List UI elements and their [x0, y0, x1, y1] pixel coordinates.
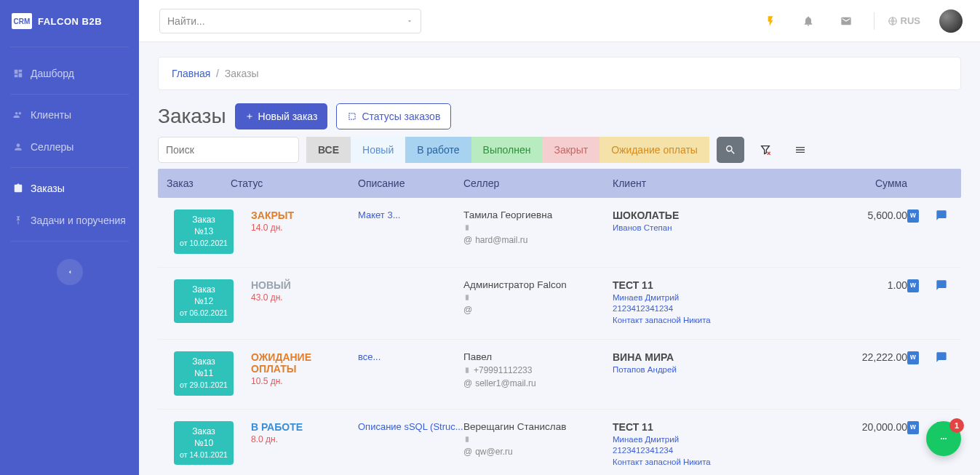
order-description-link[interactable]: все... [358, 351, 463, 362]
order-sum: 1.00 [842, 279, 907, 291]
topbar: Найти... RUS [139, 0, 980, 42]
tab-all[interactable]: ВСЕ [306, 137, 351, 163]
order-card[interactable]: Заказ №13 от 10.02.2021 [174, 209, 234, 254]
sidebar-collapse-button[interactable] [57, 259, 83, 285]
comment-button[interactable] [935, 279, 948, 293]
orders-list: Заказ №13 от 10.02.2021 ЗАКРЫТ 14.0 дн. … [158, 198, 961, 475]
table-row: Заказ №11 от 29.01.2021 ОЖИДАНИЕ ОПЛАТЫ … [158, 340, 961, 410]
logo[interactable]: CRM FALCON B2B [0, 0, 139, 42]
sidebar-item-tasks[interactable]: Задачи и поручения [0, 204, 139, 236]
sidebar-item-label: Дашборд [31, 68, 74, 79]
sidebar-item-label: Селлеры [31, 141, 73, 153]
client-name[interactable]: ТЕСТ 11 [613, 421, 842, 433]
clear-filter-button[interactable] [752, 137, 779, 163]
bolt-icon[interactable] [765, 15, 776, 27]
at-icon: @ [463, 305, 472, 315]
order-card-top: Заказ [177, 214, 231, 225]
tab-pending[interactable]: Ожидание оплаты [599, 137, 709, 163]
order-sum: 20,000.00 [842, 421, 907, 433]
sidebar-item-label: Заказы [31, 183, 65, 194]
order-sum: 22,222.00 [842, 351, 907, 363]
word-export-icon[interactable] [907, 351, 919, 364]
tab-new[interactable]: Новый [351, 137, 405, 163]
word-export-icon[interactable] [907, 209, 919, 223]
logo-mark: CRM [12, 13, 32, 29]
new-order-button[interactable]: Новый заказ [235, 103, 328, 129]
breadcrumb-home[interactable]: Главная [172, 68, 210, 79]
svg-point-9 [945, 438, 947, 439]
cog-icon [347, 111, 357, 121]
order-card[interactable]: Заказ №11 от 29.01.2021 [174, 351, 234, 396]
col-desc: Описание [358, 177, 463, 189]
table-row: Заказ №12 от 06.02.2021 НОВЫЙ 43.0 дн. А… [158, 268, 961, 340]
language-selector[interactable]: RUS [888, 15, 920, 26]
order-statuses-button[interactable]: Статусы заказов [336, 103, 451, 129]
table-row: Заказ №13 от 10.02.2021 ЗАКРЫТ 14.0 дн. … [158, 198, 961, 268]
status-label: В РАБОТЕ [251, 421, 358, 433]
comment-button[interactable] [935, 351, 948, 365]
client-contact-link[interactable]: 2123412341234 [613, 303, 842, 315]
avatar[interactable] [939, 9, 963, 33]
order-description-link[interactable]: Макет 3... [358, 209, 463, 220]
menu-button[interactable] [786, 137, 814, 163]
order-card[interactable]: Заказ №10 от 14.01.2021 [174, 421, 234, 466]
chevron-left-icon [66, 268, 73, 276]
logo-text: FALCON B2B [38, 16, 102, 27]
table-row: Заказ №10 от 14.01.2021 В РАБОТЕ 8.0 дн.… [158, 410, 961, 475]
status-days: 43.0 дн. [251, 292, 358, 303]
order-card-top: Заказ [177, 284, 231, 295]
order-card[interactable]: Заказ №12 от 06.02.2021 [174, 279, 234, 324]
client-contact-link[interactable]: Минаев Дмитрий [613, 292, 842, 304]
client-contact-link[interactable]: Иванов Степан [613, 223, 842, 234]
search-button[interactable] [717, 137, 744, 163]
sidebar-item-dashboard[interactable]: Дашборд [0, 57, 139, 89]
order-card-date: от 10.02.2021 [180, 239, 228, 247]
phone-icon [463, 223, 471, 232]
tab-done[interactable]: Выполнен [471, 137, 543, 163]
client-name[interactable]: ШОКОЛАТЬЕ [613, 209, 842, 221]
chat-fab[interactable]: 1 [926, 421, 961, 456]
at-icon: @ [463, 447, 472, 457]
svg-rect-2 [466, 225, 469, 231]
envelope-icon[interactable] [840, 15, 852, 27]
client-contact-link[interactable]: Минаев Дмитрий [613, 434, 842, 446]
order-card-date: от 29.01.2021 [180, 380, 228, 389]
order-description-link[interactable]: Описание sSQL (Struc... [358, 421, 463, 432]
main: Найти... RUS Главная / Заказы Зак [139, 0, 980, 475]
comment-button[interactable] [935, 209, 948, 223]
client-contact-link[interactable]: Потапов Андрей [613, 364, 842, 376]
client-name[interactable]: ВИНА МИРА [613, 351, 842, 363]
seller-email: qw@er.ru [475, 447, 513, 457]
chat-icon [937, 432, 950, 445]
status-tabs: ВСЕ Новый В работе Выполнен Закрыт Ожида… [306, 137, 709, 163]
table-header: Заказ Статус Описание Селлер Клиент Сумм… [158, 169, 961, 198]
svg-rect-1 [349, 113, 355, 119]
svg-rect-4 [466, 367, 469, 373]
bell-icon[interactable] [802, 15, 814, 27]
client-contact-link[interactable]: Контакт запасной Никита [613, 315, 842, 327]
seller-name: Тамила Георгиевна [463, 209, 613, 220]
order-card-date: от 14.01.2021 [180, 450, 228, 459]
sidebar-item-orders[interactable]: Заказы [0, 172, 139, 204]
sidebar-item-sellers[interactable]: Селлеры [0, 131, 139, 163]
client-contact-link[interactable]: 2123412341234 [613, 445, 842, 457]
seller-email: hard@mail.ru [475, 235, 527, 245]
status-days: 14.0 дн. [251, 223, 358, 233]
client-contact-link[interactable]: Контакт запасной Никита [613, 457, 842, 468]
order-card-date: от 06.02.2021 [180, 308, 228, 317]
filter-clear-icon [760, 144, 771, 156]
menu-icon [794, 144, 806, 156]
tab-inwork[interactable]: В работе [405, 137, 471, 163]
global-search-select[interactable]: Найти... [159, 9, 421, 33]
word-export-icon[interactable] [907, 421, 919, 434]
tab-closed[interactable]: Закрыт [542, 137, 599, 163]
word-export-icon[interactable] [907, 279, 919, 292]
status-label: НОВЫЙ [251, 279, 358, 291]
seller-name: Администратор Falcon [463, 279, 613, 290]
orders-search-input[interactable] [158, 137, 299, 163]
sidebar-item-clients[interactable]: Клиенты [0, 99, 139, 131]
client-name[interactable]: ТЕСТ 11 [613, 279, 842, 291]
chevron-down-icon [406, 17, 413, 25]
svg-point-7 [941, 438, 942, 439]
users-icon [13, 110, 23, 120]
